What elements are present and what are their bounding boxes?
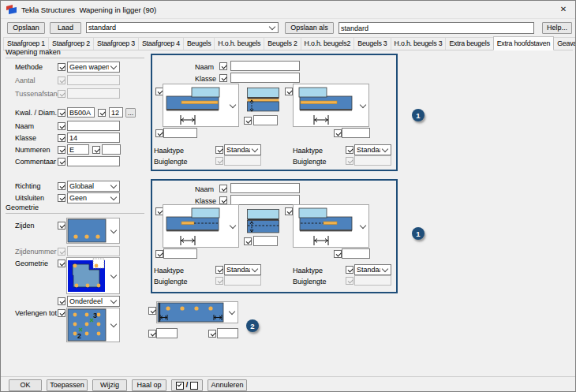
group2-middle-diagram[interactable] [247, 209, 279, 235]
naam-checkbox[interactable] [58, 122, 65, 130]
group2-right-picture-dropdown[interactable] [293, 204, 369, 248]
group1-middle-checkbox[interactable] [244, 117, 252, 125]
group2-left-picture-dropdown[interactable] [163, 204, 239, 248]
group2-naam-input[interactable] [230, 183, 300, 193]
methode-dropdown[interactable]: Geen wapening [67, 62, 120, 73]
load-button[interactable]: Laad [50, 22, 81, 34]
uitsluiten-checkbox[interactable] [58, 194, 65, 202]
group2-middle-checkbox[interactable] [244, 237, 252, 245]
browse-button[interactable]: ... [125, 108, 136, 118]
group1-right-picture-checkbox[interactable] [285, 88, 293, 95]
group2-haaktype-right-dropdown[interactable]: Standaard [354, 264, 391, 275]
nummeren-prefix-input[interactable] [67, 144, 89, 155]
klasse-checkbox[interactable] [58, 134, 65, 142]
group2-klasse-input[interactable] [230, 195, 300, 205]
preset-combobox[interactable]: standard [86, 22, 279, 33]
naam-label: Naam [15, 122, 34, 130]
uitsluiten-dropdown[interactable]: Geen [67, 192, 120, 203]
group2-left-offset-checkbox[interactable] [155, 250, 163, 258]
nummeren-label: Nummeren [15, 146, 50, 154]
group2-haaktype-left-dropdown[interactable]: Standaard [224, 264, 261, 275]
group1-haaktype-right-dropdown[interactable]: Standaard [354, 144, 391, 155]
nummeren-checkbox[interactable] [58, 146, 65, 154]
ok-button[interactable]: OK [9, 379, 42, 391]
tab-extra-beugels[interactable]: Extra beugels [445, 37, 493, 50]
toggle-all-checkboxes-button[interactable]: / [171, 379, 203, 391]
tab-hoh-beugels-2[interactable]: H.o.h. beugels2 [301, 37, 355, 50]
group1-left-offset-input[interactable] [163, 128, 197, 138]
nummeren-start-checkbox[interactable] [92, 146, 100, 154]
spacing-picture-dropdown[interactable] [156, 301, 238, 323]
nummeren-start-input[interactable] [102, 144, 121, 155]
apply-button[interactable]: Toepassen [47, 379, 88, 391]
tab-beugels-3[interactable]: Beugels 3 [353, 37, 391, 50]
tab-staafgroep-3[interactable]: Staafgroep 3 [93, 37, 139, 50]
geometrie-picture-dropdown[interactable] [66, 257, 120, 294]
save-button[interactable]: Opslaan [7, 22, 45, 34]
spacing-right-checkbox[interactable] [208, 330, 216, 338]
commentaar-checkbox[interactable] [58, 158, 65, 166]
group1-middle-diagram[interactable] [247, 88, 279, 114]
commentaar-input[interactable] [67, 156, 120, 166]
group1-haaktype-left-dropdown[interactable]: Standaard [224, 144, 261, 155]
spacing-left-input[interactable] [156, 328, 178, 338]
tab-extra-hoofdstaven[interactable]: Extra hoofdstaven [493, 36, 555, 50]
group1-left-picture-dropdown[interactable] [163, 84, 239, 127]
chevron-down-icon [269, 24, 275, 30]
diam-input[interactable] [109, 107, 123, 118]
zijden-picture-dropdown[interactable] [66, 218, 120, 244]
zijden-checkbox[interactable] [58, 222, 65, 230]
kwal-input[interactable] [67, 107, 95, 118]
group2-naam-checkbox[interactable] [219, 185, 227, 192]
save-as-button[interactable]: Opslaan als [285, 22, 334, 34]
close-button[interactable]: ✕ [552, 1, 575, 17]
klasse-input[interactable] [67, 133, 120, 143]
tab-beugels-2[interactable]: Beugels 2 [264, 37, 301, 50]
tab-staafgroep-4[interactable]: Staafgroep 4 [138, 37, 184, 50]
tab-hoh-beugels[interactable]: H.o.h. beugels [214, 37, 264, 50]
tab-hoh-beugels-3[interactable]: H.o.h. beugels 3 [391, 37, 447, 50]
group2-haaktype-left-checkbox[interactable] [215, 266, 223, 274]
group1-right-offset-input[interactable] [342, 128, 370, 138]
group1-klasse-input[interactable] [230, 73, 300, 83]
onderdeel-checkbox[interactable] [58, 297, 65, 305]
group2-right-offset-input[interactable] [342, 248, 370, 259]
group1-middle-input[interactable] [253, 115, 278, 125]
modify-button[interactable]: Wijzig [92, 379, 127, 391]
group1-buiglengte-left-input [224, 155, 261, 166]
cancel-button[interactable]: Annuleren [208, 379, 247, 391]
spacing-right-input[interactable] [217, 328, 238, 338]
naam-input[interactable] [67, 121, 120, 131]
group2-klasse-checkbox[interactable] [219, 196, 227, 204]
methode-checkbox[interactable] [58, 63, 65, 71]
spacing-picture-checkbox[interactable] [148, 307, 156, 315]
verlengen-checkbox[interactable] [58, 309, 65, 317]
group2-right-offset-checkbox[interactable] [334, 250, 342, 258]
tab-geavanceerd[interactable]: Geavanceerd [553, 37, 576, 50]
onderdeel-dropdown[interactable]: Onderdeel [67, 296, 120, 307]
help-button[interactable]: Help... [542, 22, 572, 34]
group2-right-picture-checkbox[interactable] [285, 207, 293, 215]
group1-left-offset-checkbox[interactable] [155, 129, 163, 137]
group1-right-picture-dropdown[interactable] [293, 84, 369, 127]
group1-naam-checkbox[interactable] [219, 62, 227, 70]
get-button[interactable]: Haal op [132, 379, 166, 391]
richting-dropdown[interactable]: Globaal [67, 181, 120, 192]
richting-checkbox[interactable] [58, 182, 65, 190]
group2-left-offset-input[interactable] [163, 248, 197, 259]
save-as-name-input[interactable] [338, 22, 534, 34]
verlengen-picture-dropdown[interactable]: 3 2 [66, 308, 120, 342]
spacing-left-checkbox[interactable] [148, 330, 156, 338]
tab-beugels[interactable]: Beugels [183, 37, 215, 50]
group1-naam-input[interactable] [230, 61, 300, 71]
group2-middle-input[interactable] [253, 236, 278, 246]
geometrie-checkbox[interactable] [58, 259, 65, 267]
group2-buiglengte-left-input [224, 275, 261, 286]
group1-haaktype-left-checkbox[interactable] [215, 146, 223, 154]
group1-right-offset-checkbox[interactable] [334, 129, 342, 137]
group1-haaktype-right-checkbox[interactable] [346, 146, 353, 154]
group1-klasse-checkbox[interactable] [219, 74, 227, 82]
diam-checkbox[interactable] [98, 109, 106, 117]
group2-haaktype-right-checkbox[interactable] [346, 266, 353, 274]
kwal-checkbox[interactable] [58, 109, 65, 117]
